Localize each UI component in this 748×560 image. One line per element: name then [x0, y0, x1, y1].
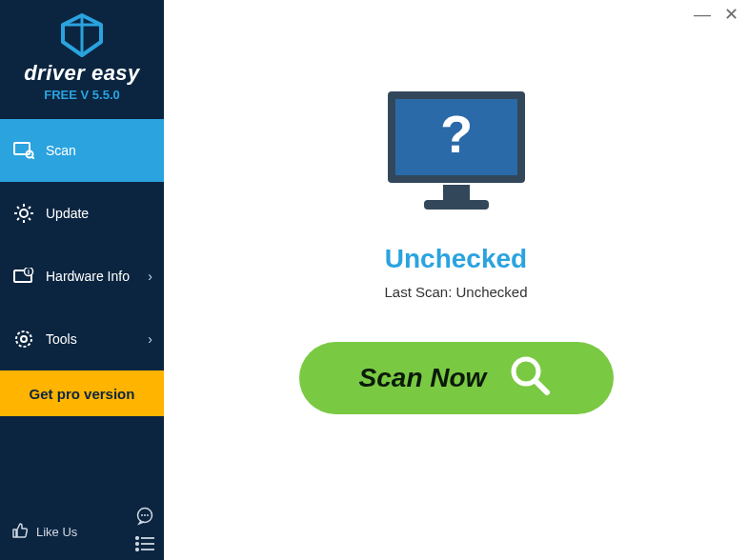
svg-point-25: [136, 549, 138, 550]
scan-now-label: Scan Now: [359, 363, 487, 393]
menu-list-icon[interactable]: [135, 536, 154, 554]
svg-point-20: [147, 514, 149, 516]
svg-line-33: [536, 381, 547, 392]
sidebar-spacer: [0, 416, 164, 503]
tools-icon: [13, 329, 34, 350]
feedback-icon[interactable]: [135, 507, 154, 529]
sidebar-item-label: Hardware Info: [46, 269, 130, 284]
scan-now-button[interactable]: Scan Now: [299, 342, 614, 414]
magnifier-icon: [507, 352, 553, 405]
sidebar-bottom: Like Us: [0, 503, 164, 560]
window-controls: — ✕: [694, 6, 738, 23]
sidebar-item-label: Tools: [46, 331, 77, 347]
get-pro-button[interactable]: Get pro version: [0, 370, 164, 416]
like-us-label: Like Us: [36, 525, 77, 539]
brand-area: driver easy FREE V 5.5.0: [0, 0, 164, 111]
svg-line-9: [29, 218, 30, 220]
last-scan-value: Unchecked: [456, 284, 528, 300]
monitor-icon: ?: [380, 86, 533, 223]
svg-rect-31: [424, 200, 489, 210]
thumbs-up-icon: [11, 522, 29, 542]
gear-icon: [13, 203, 34, 224]
minimize-button[interactable]: —: [694, 6, 711, 23]
scan-icon: [13, 140, 34, 161]
hardware-info-icon: i: [13, 266, 34, 287]
sidebar-item-hardware-info[interactable]: i Hardware Info ›: [0, 245, 164, 308]
brand-logo-icon: [58, 13, 106, 61]
sidebar-item-tools[interactable]: Tools ›: [0, 308, 164, 370]
svg-point-16: [21, 336, 27, 342]
svg-line-8: [17, 207, 19, 209]
like-us-button[interactable]: Like Us: [11, 522, 77, 542]
svg-line-2: [32, 157, 35, 160]
chevron-right-icon: ›: [148, 269, 152, 284]
svg-line-10: [29, 207, 30, 209]
sidebar-item-scan[interactable]: Scan: [0, 119, 164, 182]
svg-point-21: [136, 537, 138, 539]
svg-line-11: [17, 218, 19, 220]
brand-version: FREE V 5.5.0: [44, 88, 119, 102]
svg-text:?: ?: [439, 104, 472, 164]
sidebar: driver easy FREE V 5.5.0 Scan: [0, 0, 164, 560]
nav: Scan Update: [0, 119, 164, 370]
svg-point-18: [141, 514, 143, 516]
chevron-right-icon: ›: [148, 331, 152, 347]
svg-point-3: [20, 210, 28, 217]
svg-point-23: [136, 543, 138, 545]
svg-point-19: [144, 514, 146, 516]
last-scan-label: Last Scan:: [384, 284, 455, 300]
close-button[interactable]: ✕: [724, 6, 738, 23]
svg-point-15: [16, 331, 31, 347]
status-title: Unchecked: [385, 244, 527, 274]
svg-rect-30: [443, 185, 470, 200]
sidebar-item-label: Update: [46, 206, 89, 221]
sidebar-item-update[interactable]: Update: [0, 182, 164, 245]
main-area: — ✕ ? Unchecked Last Scan: Unchecked Sca…: [164, 0, 748, 560]
status-subtitle: Last Scan: Unchecked: [384, 284, 527, 300]
brand-name: driver easy: [24, 61, 140, 86]
svg-text:i: i: [28, 269, 30, 275]
sidebar-item-label: Scan: [46, 143, 76, 158]
get-pro-label: Get pro version: [30, 386, 135, 402]
